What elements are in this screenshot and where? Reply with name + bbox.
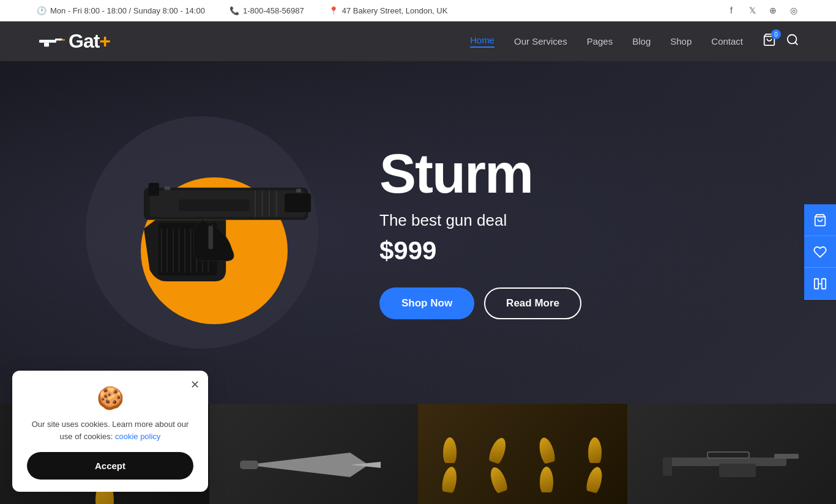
sidebar-float [804, 204, 836, 300]
topbar-hours: 🕐 Mon - Fri 8:00 - 18:00 / Sunday 8:00 -… [37, 6, 205, 15]
svg-rect-38 [815, 278, 818, 289]
header-icons: 0 [763, 33, 799, 50]
svg-rect-26 [149, 183, 159, 196]
svg-rect-25 [208, 226, 213, 249]
svg-rect-27 [165, 187, 171, 190]
svg-rect-33 [663, 458, 672, 476]
clock-icon: 🕐 [37, 6, 47, 15]
nav-shop[interactable]: Shop [670, 36, 692, 46]
location-icon: 📍 [329, 6, 338, 15]
svg-rect-3 [44, 42, 49, 46]
logo: Gat+ [37, 30, 110, 53]
cart-badge: 0 [771, 29, 781, 39]
thumbnail-rifle[interactable] [627, 404, 837, 504]
cookie-popup: ✕ 🍪 Our site uses cookies. Learn more ab… [12, 371, 208, 492]
cookie-text: Our site uses cookies. Learn more about … [27, 418, 193, 442]
sidebar-compare-button[interactable] [804, 268, 836, 300]
thumbnail-ammo[interactable] [418, 404, 627, 504]
hero-subtitle: The best gun deal [379, 211, 581, 230]
topbar-phone: 📞 1-800-458-56987 [230, 6, 304, 15]
sidebar-cart-button[interactable] [804, 204, 836, 236]
nav-contact[interactable]: Contact [711, 36, 743, 46]
svg-line-7 [795, 42, 797, 45]
hero-section: Sturm The best gun deal $999 Shop Now Re… [0, 61, 836, 404]
nav-pages[interactable]: Pages [587, 36, 613, 46]
svg-rect-30 [240, 461, 258, 469]
logo-gun-icon [37, 33, 66, 50]
cookie-close-button[interactable]: ✕ [190, 378, 200, 391]
dribbble-icon[interactable]: ⊕ [767, 5, 778, 16]
shop-now-button[interactable]: Shop Now [379, 287, 474, 319]
cookie-policy-link[interactable]: cookie policy [115, 432, 160, 441]
search-button[interactable] [786, 33, 799, 50]
cookie-accept-button[interactable]: Accept [27, 452, 193, 480]
svg-rect-2 [61, 39, 65, 40]
hero-gun-image [73, 129, 355, 308]
svg-rect-39 [822, 278, 826, 289]
logo-text: Gat+ [69, 30, 110, 53]
topbar-address: 📍 47 Bakery Street, London, UK [329, 6, 448, 15]
nav-services[interactable]: Our Services [514, 36, 567, 46]
nav-blog[interactable]: Blog [632, 36, 651, 46]
hero-content: Sturm The best gun deal $999 Shop Now Re… [379, 146, 581, 319]
cookie-icon: 🍪 [27, 385, 193, 411]
svg-point-6 [788, 35, 797, 44]
cart-button[interactable]: 0 [763, 33, 776, 50]
facebook-icon[interactable]: f [726, 5, 737, 16]
social-icons: f 𝕏 ⊕ ◎ [726, 5, 799, 16]
sidebar-wishlist-button[interactable] [804, 236, 836, 268]
nav-home[interactable]: Home [470, 35, 495, 48]
svg-rect-32 [774, 454, 799, 459]
svg-rect-28 [296, 189, 301, 193]
hero-buttons: Shop Now Read More [379, 287, 581, 319]
topbar: 🕐 Mon - Fri 8:00 - 18:00 / Sunday 8:00 -… [0, 0, 836, 21]
read-more-button[interactable]: Read More [484, 287, 581, 319]
svg-rect-34 [719, 464, 756, 477]
phone-icon: 📞 [230, 6, 239, 15]
svg-rect-29 [179, 199, 250, 211]
main-nav: Home Our Services Pages Blog Shop Contac… [470, 35, 743, 48]
instagram-icon[interactable]: ◎ [788, 5, 799, 16]
thumbnail-knife[interactable] [209, 404, 419, 504]
header: Gat+ Home Our Services Pages Blog Shop C… [0, 21, 836, 61]
hero-price: $999 [379, 236, 581, 265]
twitter-icon[interactable]: 𝕏 [747, 5, 758, 16]
svg-rect-10 [285, 193, 311, 212]
svg-rect-36 [708, 453, 748, 458]
hero-title: Sturm [379, 146, 581, 201]
